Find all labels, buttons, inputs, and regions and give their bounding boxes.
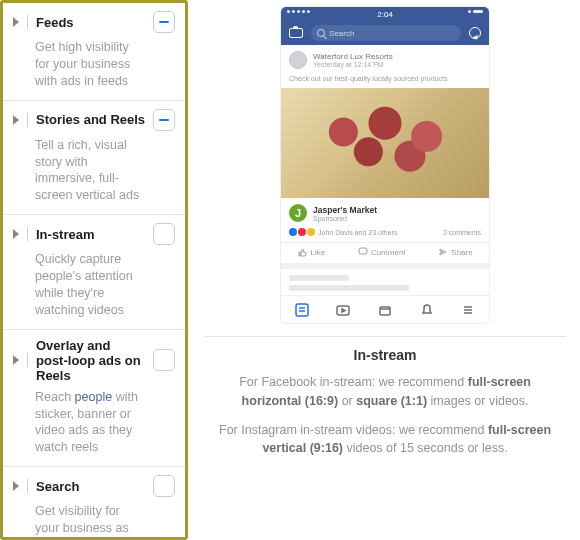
placement-description: Reach people with sticker, banner or vid…: [35, 389, 145, 457]
avatar: [289, 51, 307, 69]
next-post-placeholder: [281, 269, 489, 295]
placement-description: Quickly capture people's attention while…: [35, 251, 145, 319]
chevron-right-icon[interactable]: [13, 115, 19, 125]
placement-title: Overlay and post-loop ads on Reels: [36, 338, 145, 383]
tab-feed-icon[interactable]: [294, 302, 310, 318]
preview-panel: 2:04 Search Waterford Lux Resorts Yester…: [188, 0, 580, 540]
post-caption: Check out our best-quality locally sourc…: [281, 75, 489, 88]
page-time: Yesterday at 12:14 PM: [313, 61, 393, 68]
like-reaction-icon: [289, 228, 297, 236]
phone-status-bar: 2:04: [281, 7, 489, 21]
wow-reaction-icon: [307, 228, 315, 236]
messenger-icon[interactable]: [469, 27, 481, 39]
page-post: Waterford Lux Resorts Yesterday at 12:14…: [281, 45, 489, 269]
svg-rect-1: [296, 304, 308, 316]
placement-item[interactable]: In-stream Quickly capture people's atten…: [3, 215, 185, 330]
placement-item[interactable]: Feeds Get high visibility for your busin…: [3, 3, 185, 101]
comment-count: 3 comments: [443, 229, 481, 236]
placement-checkbox[interactable]: [153, 349, 175, 371]
placement-checkbox[interactable]: [153, 223, 175, 245]
svg-rect-5: [380, 307, 390, 315]
page-name: Waterford Lux Resorts: [313, 52, 393, 61]
love-reaction-icon: [298, 228, 306, 236]
placement-description: Tell a rich, visual story with immersive…: [35, 137, 145, 205]
post-image: [281, 88, 489, 198]
svg-rect-0: [359, 248, 367, 254]
placement-checkbox[interactable]: [153, 475, 175, 497]
placement-checkbox[interactable]: [153, 109, 175, 131]
placement-item[interactable]: Stories and Reels Tell a rich, visual st…: [3, 101, 185, 216]
placement-checkbox[interactable]: [153, 11, 175, 33]
preview-paragraph-2: For Instagram in-stream videos: we recom…: [204, 421, 566, 459]
placement-title: Feeds: [36, 15, 145, 30]
sponsor-tag: Sponsored: [313, 215, 377, 222]
svg-rect-4: [337, 306, 349, 315]
like-button[interactable]: Like: [297, 247, 325, 257]
comment-button[interactable]: Comment: [358, 247, 406, 257]
chevron-right-icon[interactable]: [13, 481, 19, 491]
divider: [204, 336, 566, 337]
chevron-right-icon[interactable]: [13, 229, 19, 239]
placement-description: Get visibility for your business as peop…: [35, 503, 145, 540]
reactions-row: John Davis and 23 others 3 comments: [281, 224, 489, 242]
fb-header: Search: [281, 21, 489, 45]
placement-title: Stories and Reels: [36, 112, 145, 127]
search-input[interactable]: Search: [311, 25, 461, 41]
sponsor-name: Jasper's Market: [313, 205, 377, 215]
tab-notifications-icon[interactable]: [419, 302, 435, 318]
placement-item[interactable]: Search Get visibility for your business …: [3, 467, 185, 540]
placement-item[interactable]: Overlay and post-loop ads on Reels Reach…: [3, 330, 185, 468]
placements-panel: Feeds Get high visibility for your busin…: [0, 0, 188, 540]
preview-paragraph-1: For Facebook in-stream: we recommend ful…: [204, 373, 566, 411]
divider: [27, 227, 28, 241]
reaction-text: John Davis and 23 others: [318, 229, 397, 236]
preview-title: In-stream: [354, 347, 417, 363]
chevron-right-icon[interactable]: [13, 17, 19, 27]
search-icon: [317, 29, 325, 37]
divider: [27, 479, 28, 493]
search-placeholder: Search: [329, 29, 354, 38]
chevron-right-icon[interactable]: [13, 355, 19, 365]
action-row: Like Comment Share: [281, 242, 489, 263]
phone-tab-bar: [281, 295, 489, 323]
share-button[interactable]: Share: [438, 247, 472, 257]
placement-title: In-stream: [36, 227, 145, 242]
feed: Waterford Lux Resorts Yesterday at 12:14…: [281, 45, 489, 295]
divider: [27, 353, 28, 367]
tab-menu-icon[interactable]: [460, 302, 476, 318]
camera-icon: [289, 28, 303, 38]
tab-video-icon[interactable]: [335, 302, 351, 318]
placement-description: Get high visibility for your business wi…: [35, 39, 145, 90]
people-link[interactable]: people: [75, 390, 113, 404]
divider: [27, 15, 28, 29]
phone-time: 2:04: [377, 10, 393, 19]
placement-title: Search: [36, 479, 145, 494]
sponsor-avatar: J: [289, 204, 307, 222]
phone-mockup: 2:04 Search Waterford Lux Resorts Yester…: [280, 6, 490, 324]
sponsored-block: J Jasper's Market Sponsored: [281, 198, 489, 224]
divider: [27, 113, 28, 127]
tab-market-icon[interactable]: [377, 302, 393, 318]
